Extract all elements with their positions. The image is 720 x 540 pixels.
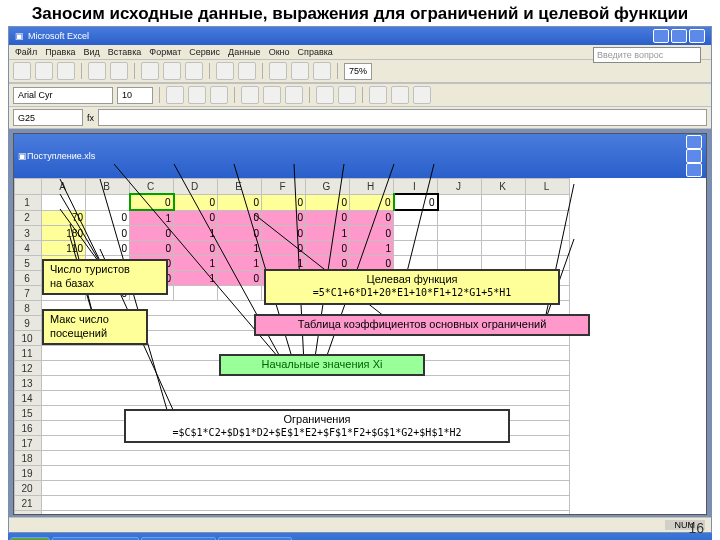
cell[interactable]: 0 [174,241,218,256]
cell[interactable]: 70 [42,210,86,226]
row-header[interactable]: 11 [15,346,42,361]
maximize-button[interactable] [671,29,687,43]
cell[interactable]: 1 [174,256,218,271]
align-center-icon[interactable] [263,86,281,104]
cell[interactable]: 0 [218,210,262,226]
paste-icon[interactable] [185,62,203,80]
zoom-box[interactable]: 75% [344,63,372,80]
cell[interactable]: 0 [306,241,350,256]
italic-icon[interactable] [188,86,206,104]
underline-icon[interactable] [210,86,228,104]
cell[interactable]: 0 [350,194,394,210]
cell[interactable]: 110 [42,241,86,256]
row-header[interactable]: 2 [15,210,42,226]
save-icon[interactable] [57,62,75,80]
col-header[interactable]: D [174,179,218,195]
row-header[interactable]: 9 [15,316,42,331]
wb-maximize-button[interactable] [686,149,702,163]
name-box[interactable]: G25 [13,109,83,126]
row-header[interactable]: 10 [15,331,42,346]
menu-view[interactable]: Вид [84,47,100,57]
cell[interactable]: 0 [130,226,174,241]
col-header[interactable]: A [42,179,86,195]
row-header[interactable]: 4 [15,241,42,256]
cell[interactable]: 0 [350,210,394,226]
cell[interactable]: 0 [130,194,174,210]
col-header[interactable]: L [526,179,570,195]
close-button[interactable] [689,29,705,43]
row-header[interactable]: 7 [15,286,42,301]
cell[interactable]: 1 [218,256,262,271]
sort-icon[interactable] [291,62,309,80]
cell[interactable]: 0 [174,210,218,226]
col-header[interactable]: F [262,179,306,195]
menu-tools[interactable]: Сервис [189,47,220,57]
row-header[interactable]: 20 [15,481,42,496]
row-header[interactable]: 6 [15,271,42,286]
fx-icon[interactable]: fx [87,113,94,123]
preview-icon[interactable] [110,62,128,80]
row-header[interactable]: 12 [15,361,42,376]
cell[interactable]: 0 [86,226,130,241]
col-header[interactable]: E [218,179,262,195]
menu-data[interactable]: Данные [228,47,261,57]
menu-file[interactable]: Файл [15,47,37,57]
row-header[interactable]: 3 [15,226,42,241]
wb-close-button[interactable] [686,163,702,177]
cell[interactable]: 0 [262,241,306,256]
cell[interactable]: 1 [174,271,218,286]
spreadsheet-grid[interactable]: ABCDEFGHIJKL 10000000 2700100000 3180001… [14,178,706,515]
wb-minimize-button[interactable] [686,135,702,149]
cell[interactable]: 0 [262,194,306,210]
cell[interactable]: 0 [306,210,350,226]
menu-window[interactable]: Окно [269,47,290,57]
font-size-box[interactable]: 10 [117,87,153,104]
font-name-box[interactable]: Arial Cyr [13,87,113,104]
align-right-icon[interactable] [285,86,303,104]
font-color-icon[interactable] [413,86,431,104]
row-header[interactable]: 18 [15,451,42,466]
col-header[interactable]: H [350,179,394,195]
row-header[interactable]: 16 [15,421,42,436]
col-header[interactable]: G [306,179,350,195]
cell[interactable]: 1 [130,210,174,226]
row-header[interactable]: 14 [15,391,42,406]
col-header[interactable]: B [86,179,130,195]
col-header[interactable]: C [130,179,174,195]
copy-icon[interactable] [163,62,181,80]
sum-icon[interactable] [269,62,287,80]
cell[interactable]: 0 [306,194,350,210]
undo-icon[interactable] [216,62,234,80]
chart-icon[interactable] [313,62,331,80]
row-header[interactable]: 17 [15,436,42,451]
align-left-icon[interactable] [241,86,259,104]
row-header[interactable]: 22 [15,511,42,516]
formula-input[interactable] [98,109,707,126]
col-header[interactable]: K [482,179,526,195]
menu-insert[interactable]: Вставка [108,47,141,57]
cell[interactable]: 0 [218,271,262,286]
cell[interactable]: 0 [174,194,218,210]
cut-icon[interactable] [141,62,159,80]
help-search-box[interactable]: Введите вопрос [593,47,701,63]
minimize-button[interactable] [653,29,669,43]
cell[interactable]: 0 [394,194,438,210]
cell[interactable]: 0 [262,226,306,241]
row-header[interactable]: 19 [15,466,42,481]
cell[interactable]: 1 [218,241,262,256]
cell[interactable]: 1 [350,241,394,256]
cell[interactable]: 0 [218,226,262,241]
open-icon[interactable] [35,62,53,80]
row-header[interactable]: 13 [15,376,42,391]
menu-edit[interactable]: Правка [45,47,75,57]
sheet-table[interactable]: ABCDEFGHIJKL 10000000 2700100000 3180001… [14,178,570,515]
row-header[interactable]: 5 [15,256,42,271]
menu-help[interactable]: Справка [298,47,333,57]
percent-icon[interactable] [338,86,356,104]
cell[interactable]: 0 [86,210,130,226]
new-icon[interactable] [13,62,31,80]
row-header[interactable]: 1 [15,194,42,210]
col-header[interactable]: I [394,179,438,195]
redo-icon[interactable] [238,62,256,80]
cell[interactable]: 0 [130,241,174,256]
